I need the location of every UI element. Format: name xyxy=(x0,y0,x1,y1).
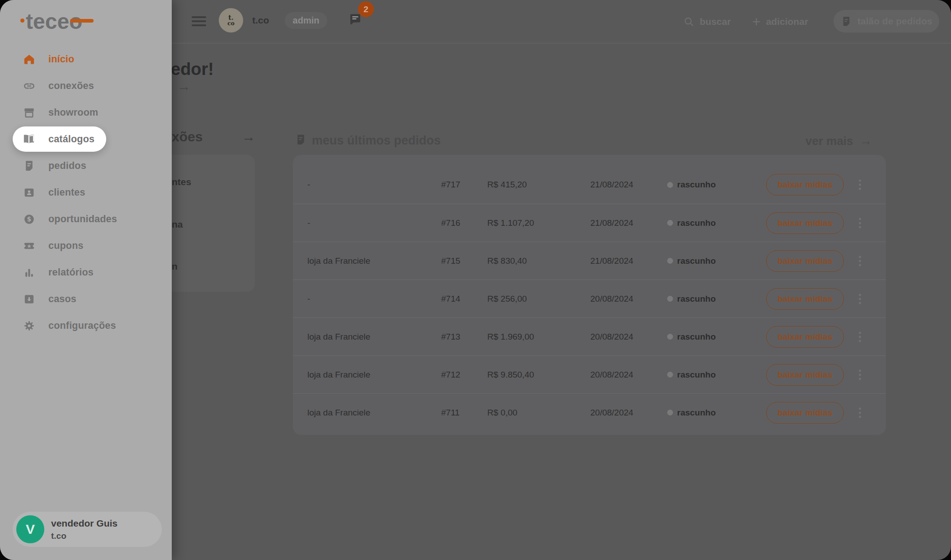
connection-item-fragment: n xyxy=(172,261,178,272)
status-dot-icon xyxy=(667,220,673,226)
greeting-text-fragment: edor! xyxy=(171,60,214,79)
sidebar-item-relatorios[interactable]: relatórios xyxy=(13,262,105,282)
order-table-row: - #717 R$ 415,20 21/08/2024 rascunho bai… xyxy=(293,166,886,204)
sidebar-item-cupons[interactable]: ★ cupons xyxy=(13,236,95,256)
add-button[interactable]: + adicionar xyxy=(752,0,808,43)
chat-badge: 2 xyxy=(358,1,374,17)
sidebar-item-pedidos[interactable]: pedidos xyxy=(13,156,98,176)
download-media-button[interactable]: baixar mídias xyxy=(766,364,844,386)
status-dot-icon xyxy=(667,296,673,302)
connections-arrow-icon[interactable]: → xyxy=(242,129,255,145)
plus-icon: + xyxy=(752,14,761,29)
order-number: #715 xyxy=(441,256,460,266)
sidebar-item-catalogos[interactable]: catálogos xyxy=(13,126,106,152)
see-more-arrow-icon: → xyxy=(860,134,872,148)
kebab-menu-icon[interactable] xyxy=(857,330,863,344)
order-date: 21/08/2024 xyxy=(590,180,633,190)
sidebar-item-clientes[interactable]: clientes xyxy=(13,182,97,202)
sidebar-item-label: conexões xyxy=(48,80,94,92)
orders-section-receipt-icon xyxy=(295,134,307,146)
user-avatar: V xyxy=(16,515,44,543)
menu-hamburger-icon[interactable] xyxy=(192,16,206,26)
home-icon xyxy=(22,53,36,65)
download-media-button[interactable]: baixar mídias xyxy=(766,288,844,310)
link-icon xyxy=(22,80,36,92)
sidebar-item-conexoes[interactable]: conexões xyxy=(13,76,106,96)
order-table-row: loja da Franciele #715 R$ 830,40 21/08/2… xyxy=(293,242,886,280)
order-date: 20/08/2024 xyxy=(590,370,633,380)
order-status-label: rascunho xyxy=(677,294,716,304)
receipt-icon xyxy=(22,160,36,172)
order-status-label: rascunho xyxy=(677,408,716,418)
sidebar-item-casos[interactable]: casos xyxy=(13,289,88,309)
download-media-button[interactable]: baixar mídias xyxy=(766,174,844,196)
connection-item-fragment: na xyxy=(172,219,183,230)
user-card[interactable]: V vendedor Guis t.co xyxy=(13,512,162,547)
order-date: 20/08/2024 xyxy=(590,294,633,304)
sidebar-item-label: catálogos xyxy=(48,134,94,145)
order-date: 20/08/2024 xyxy=(590,332,633,342)
greeting-arrow-icon[interactable]: → xyxy=(177,79,191,94)
chat-icon xyxy=(348,14,362,26)
search-label: buscar xyxy=(700,16,731,27)
order-status-badge: rascunho xyxy=(667,256,716,266)
download-media-button[interactable]: baixar mídias xyxy=(766,212,844,234)
order-status-badge: rascunho xyxy=(667,180,716,190)
order-client: loja da Franciele xyxy=(307,332,438,342)
see-more-link[interactable]: ver mais → xyxy=(805,134,872,148)
sidebar-item-label: cupons xyxy=(48,240,84,252)
sidebar-item-inicio[interactable]: início xyxy=(13,49,86,69)
storefront-icon xyxy=(22,107,36,119)
sidebar-nav: início conexões showroom catálogos xyxy=(0,49,129,336)
order-total: R$ 9.850,40 xyxy=(487,370,534,380)
order-total: R$ 256,00 xyxy=(487,294,527,304)
open-book-icon xyxy=(22,132,36,146)
kebab-menu-icon[interactable] xyxy=(857,292,863,306)
badge-person-icon xyxy=(22,187,36,199)
download-media-button[interactable]: baixar mídias xyxy=(766,250,844,272)
order-status-label: rascunho xyxy=(677,256,716,266)
order-status-label: rascunho xyxy=(677,180,716,190)
role-chip: admin xyxy=(285,12,327,29)
svg-text:$: $ xyxy=(27,215,31,223)
order-number: #716 xyxy=(441,218,460,228)
topbar: t. co t.co admin 2 buscar + adicionar xyxy=(172,0,951,43)
kebab-menu-icon[interactable] xyxy=(857,178,863,192)
sidebar-item-oportunidades[interactable]: $ oportunidades xyxy=(13,209,129,229)
order-table-row: loja da Franciele #713 R$ 1.969,00 20/08… xyxy=(293,317,886,355)
sidebar-item-showroom[interactable]: showroom xyxy=(13,103,110,122)
download-media-button[interactable]: baixar mídias xyxy=(766,402,844,424)
orders-card: - #717 R$ 415,20 21/08/2024 rascunho bai… xyxy=(293,155,886,435)
archive-down-icon xyxy=(22,293,36,305)
coupon-icon: ★ xyxy=(22,240,36,252)
user-name: vendedor Guis xyxy=(51,518,118,529)
sidebar-item-label: oportunidades xyxy=(48,214,117,225)
kebab-menu-icon[interactable] xyxy=(857,216,863,230)
workspace-avatar[interactable]: t. co xyxy=(219,8,243,33)
order-total: R$ 1.969,00 xyxy=(487,332,534,342)
order-status-badge: rascunho xyxy=(667,370,716,380)
order-table-row: loja da Franciele #711 R$ 0,00 20/08/202… xyxy=(293,393,886,431)
order-client: - xyxy=(307,180,438,190)
sidebar-item-label: início xyxy=(48,54,74,65)
download-media-button[interactable]: baixar mídias xyxy=(766,326,844,348)
kebab-menu-icon[interactable] xyxy=(857,254,863,268)
search-button[interactable]: buscar xyxy=(683,0,731,43)
order-number: #713 xyxy=(441,332,460,342)
sidebar-item-configuracoes[interactable]: configurações xyxy=(13,316,128,336)
sidebar-item-label: configurações xyxy=(48,320,116,331)
logo-dot xyxy=(20,19,24,23)
kebab-menu-icon[interactable] xyxy=(857,368,863,382)
order-date: 21/08/2024 xyxy=(590,256,633,266)
search-icon xyxy=(683,16,694,27)
order-table-row: - #714 R$ 256,00 20/08/2024 rascunho bai… xyxy=(293,280,886,317)
order-pad-button[interactable]: talão de pedidos xyxy=(833,10,939,33)
kebab-menu-icon[interactable] xyxy=(857,406,863,420)
receipt-icon xyxy=(841,16,852,27)
order-total: R$ 415,20 xyxy=(487,180,527,190)
order-status-badge: rascunho xyxy=(667,294,716,304)
order-table-row: loja da Franciele #712 R$ 9.850,40 20/08… xyxy=(293,355,886,393)
app-window: t. co t.co admin 2 buscar + adicionar xyxy=(0,0,951,560)
chat-button[interactable]: 2 xyxy=(348,14,370,34)
order-number: #717 xyxy=(441,180,460,190)
